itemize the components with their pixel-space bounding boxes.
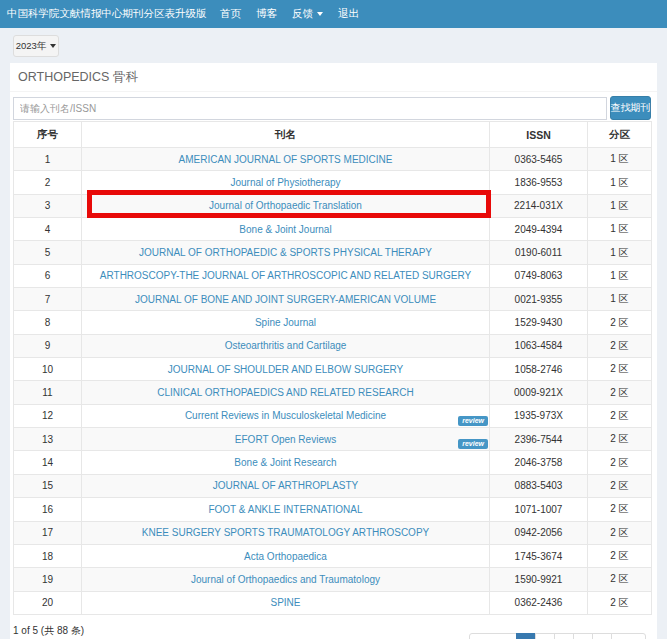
journal-name-cell: Current Reviews in Musculoskeletal Medic…: [82, 404, 490, 427]
journal-name-cell: CLINICAL ORTHOPAEDICS AND RELATED RESEAR…: [82, 381, 490, 404]
journal-link[interactable]: SPINE: [270, 597, 300, 608]
journal-row: 13EFORT Open Reviewsreview2396-75442 区: [14, 428, 652, 451]
journal-name-cell: EFORT Open Reviewsreview: [82, 428, 490, 451]
nav-item-2[interactable]: 反馈: [285, 7, 331, 21]
row-index: 6: [14, 264, 82, 287]
issn-cell: 0883-5403: [490, 474, 588, 497]
row-index: 10: [14, 358, 82, 381]
nav-item-label: 博客: [256, 7, 277, 21]
journal-row: 8Spine Journal1529-94302 区: [14, 311, 652, 334]
zone-cell: 2 区: [588, 381, 652, 404]
row-index: 4: [14, 218, 82, 241]
row-index: 2: [14, 171, 82, 194]
issn-cell: 0021-9355: [490, 288, 588, 311]
zone-cell: 2 区: [588, 358, 652, 381]
issn-cell: 1590-9921: [490, 568, 588, 591]
issn-cell: 1935-973X: [490, 404, 588, 427]
journal-link[interactable]: ARTHROSCOPY-THE JOURNAL OF ARTHROSCOPIC …: [100, 270, 471, 281]
row-index: 18: [14, 544, 82, 567]
zone-cell: 2 区: [588, 521, 652, 544]
journal-link[interactable]: Osteoarthritis and Cartilage: [225, 340, 347, 351]
pagination-next-button[interactable]: [611, 633, 646, 639]
journal-name-cell: JOURNAL OF SHOULDER AND ELBOW SURGERY: [82, 358, 490, 381]
journal-link[interactable]: Spine Journal: [255, 317, 316, 328]
journal-name-cell: Osteoarthritis and Cartilage: [82, 334, 490, 357]
journal-link[interactable]: JOURNAL OF ARTHROPLASTY: [213, 480, 359, 491]
issn-cell: 1836-9553: [490, 171, 588, 194]
row-index: 7: [14, 288, 82, 311]
journal-link[interactable]: CLINICAL ORTHOPAEDICS AND RELATED RESEAR…: [157, 387, 413, 398]
journal-link[interactable]: AMERICAN JOURNAL OF SPORTS MEDICINE: [179, 154, 393, 165]
content-panel: ORTHOPEDICS 骨科 查找期刊 序号 刊名 ISSN 分区 1AMERI…: [10, 63, 657, 639]
row-index: 19: [14, 568, 82, 591]
review-badge: review: [458, 439, 488, 449]
journal-row: 2Journal of Physiotherapy1836-95531 区: [14, 171, 652, 194]
journal-link[interactable]: JOURNAL OF ORTHOPAEDIC & SPORTS PHYSICAL…: [139, 247, 432, 258]
journal-link[interactable]: EFORT Open Reviews: [235, 434, 336, 445]
category-heading: ORTHOPEDICS 骨科: [10, 63, 657, 92]
nav-item-1[interactable]: 博客: [249, 7, 285, 21]
issn-cell: 1529-9430: [490, 311, 588, 334]
journal-table-body: 1AMERICAN JOURNAL OF SPORTS MEDICINE0363…: [14, 148, 652, 615]
journal-link[interactable]: Journal of Orthopaedics and Traumatology: [191, 574, 380, 585]
row-index: 3: [14, 194, 82, 217]
journal-link[interactable]: Bone & Joint Research: [234, 457, 336, 468]
search-button[interactable]: 查找期刊: [610, 96, 651, 120]
col-header-index: 序号: [14, 122, 82, 148]
zone-cell: 2 区: [588, 404, 652, 427]
journal-link[interactable]: Journal of Physiotherapy: [230, 177, 340, 188]
nav-item-0[interactable]: 首页: [213, 7, 249, 21]
row-index: 13: [14, 428, 82, 451]
journal-row: 18Acta Orthopaedica1745-36742 区: [14, 544, 652, 567]
year-dropdown-button[interactable]: 2023年: [13, 35, 59, 57]
page-count-info: 1 of 5 (共 88 条): [13, 624, 84, 638]
zone-cell: 2 区: [588, 334, 652, 357]
row-index: 9: [14, 334, 82, 357]
journal-link[interactable]: Bone & Joint Journal: [239, 224, 331, 235]
pagination-page-3[interactable]: 3: [554, 633, 574, 639]
site-title: 中国科学院文献情报中心期刊分区表升级版: [0, 7, 207, 21]
journal-row: 19Journal of Orthopaedics and Traumatolo…: [14, 568, 652, 591]
pagination: 12345: [469, 633, 646, 639]
journal-row: 6ARTHROSCOPY-THE JOURNAL OF ARTHROSCOPIC…: [14, 264, 652, 287]
journal-link[interactable]: FOOT & ANKLE INTERNATIONAL: [208, 504, 362, 515]
journal-link[interactable]: Acta Orthopaedica: [244, 551, 327, 562]
search-input[interactable]: [13, 97, 607, 120]
journal-link[interactable]: JOURNAL OF SHOULDER AND ELBOW SURGERY: [168, 364, 404, 375]
pagination-page-2[interactable]: 2: [535, 633, 555, 639]
journal-row: 17KNEE SURGERY SPORTS TRAUMATOLOGY ARTHR…: [14, 521, 652, 544]
journal-name-cell: SPINE: [82, 591, 490, 614]
journal-name-cell: Journal of Physiotherapy: [82, 171, 490, 194]
zone-cell: 1 区: [588, 264, 652, 287]
journal-link[interactable]: JOURNAL OF BONE AND JOINT SURGERY-AMERIC…: [135, 294, 436, 305]
journal-link[interactable]: Current Reviews in Musculoskeletal Medic…: [185, 410, 386, 421]
nav-item-3[interactable]: 退出: [331, 7, 367, 21]
issn-cell: 0942-2056: [490, 521, 588, 544]
journal-name-cell: Journal of Orthopaedics and Traumatology: [82, 568, 490, 591]
zone-cell: 2 区: [588, 498, 652, 521]
table-header-row: 序号 刊名 ISSN 分区: [14, 122, 652, 148]
journal-row: 12Current Reviews in Musculoskeletal Med…: [14, 404, 652, 427]
journal-link[interactable]: KNEE SURGERY SPORTS TRAUMATOLOGY ARTHROS…: [142, 527, 430, 538]
pagination-prev-button[interactable]: [469, 633, 517, 639]
nav-item-label: 反馈: [292, 7, 313, 21]
issn-cell: 1745-3674: [490, 544, 588, 567]
row-index: 16: [14, 498, 82, 521]
journal-name-cell: KNEE SURGERY SPORTS TRAUMATOLOGY ARTHROS…: [82, 521, 490, 544]
zone-cell: 2 区: [588, 428, 652, 451]
pagination-page-5[interactable]: 5: [592, 633, 612, 639]
navbar-menu: 首页博客反馈退出: [213, 7, 367, 21]
journal-row: 4Bone & Joint Journal2049-43941 区: [14, 218, 652, 241]
zone-cell: 2 区: [588, 311, 652, 334]
zone-cell: 2 区: [588, 451, 652, 474]
year-dropdown-label: 2023年: [16, 40, 47, 53]
journal-name-cell: ARTHROSCOPY-THE JOURNAL OF ARTHROSCOPIC …: [82, 264, 490, 287]
journal-link[interactable]: Journal of Orthopaedic Translation: [209, 200, 362, 211]
pagination-page-1[interactable]: 1: [516, 633, 536, 639]
zone-cell: 2 区: [588, 591, 652, 614]
pagination-page-4[interactable]: 4: [573, 633, 593, 639]
nav-item-label: 首页: [220, 7, 241, 21]
journal-row: 20SPINE0362-24362 区: [14, 591, 652, 614]
journal-name-cell: AMERICAN JOURNAL OF SPORTS MEDICINE: [82, 148, 490, 171]
row-index: 11: [14, 381, 82, 404]
